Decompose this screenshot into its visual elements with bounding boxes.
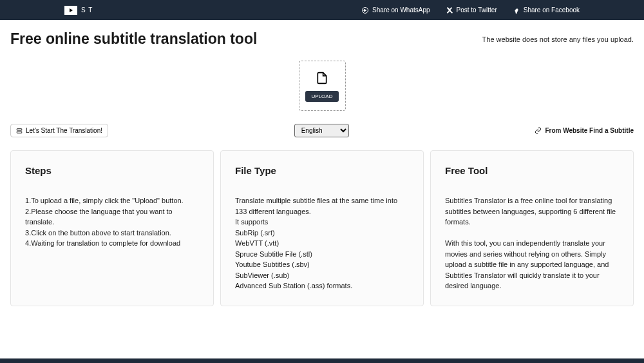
svg-rect-2 (17, 131, 22, 133)
whatsapp-icon (361, 6, 369, 14)
find-subtitle-link[interactable]: From Website Find a Subtitle (535, 127, 634, 134)
logo-text: S T (81, 6, 93, 14)
filetype-content: Translate multiple subtitle files at the… (235, 195, 409, 291)
start-button-label: Let's Start The Translation! (26, 127, 102, 134)
upload-button[interactable]: UPLOAD (305, 91, 339, 102)
file-icon (316, 70, 328, 86)
format-item: Youtube Subtitles (.sbv) (235, 259, 409, 270)
share-facebook-label: Share on Facebook (524, 6, 580, 14)
freetool-p1: Subtitles Translator is a free online to… (445, 195, 619, 228)
format-item: Advanced Sub Station (.ass) formats. (235, 280, 409, 291)
main: Free online subtitle translation tool Th… (0, 20, 644, 317)
find-subtitle-label: From Website Find a Subtitle (545, 127, 634, 134)
format-item: Spruce Subtitle File (.stl) (235, 249, 409, 260)
controls-row: Let's Start The Translation! English Fro… (10, 124, 634, 137)
format-item: SubViewer (.sub) (235, 270, 409, 281)
link-icon (535, 127, 542, 134)
freetool-title: Free Tool (445, 165, 619, 176)
upload-area: UPLOAD (10, 61, 634, 111)
page-title: Free online subtitle translation tool (10, 30, 257, 48)
share-facebook-link[interactable]: Share on Facebook (513, 6, 580, 14)
start-translation-button[interactable]: Let's Start The Translation! (10, 124, 108, 137)
share-links: Share on WhatsApp Post to Twitter Share … (361, 6, 580, 14)
freetool-p2: With this tool, you can independently tr… (445, 238, 619, 291)
filetype-card: File Type Translate multiple subtitle fi… (220, 150, 424, 306)
header: S T Share on WhatsApp Post to Twitter Sh… (0, 0, 644, 20)
freetool-content: Subtitles Translator is a free online to… (445, 195, 619, 291)
footer: Support Privacy Policy About Us support:… (0, 358, 644, 364)
step-item: Click on the button above to start trans… (25, 228, 199, 239)
step-item: Please choose the language that you want… (25, 206, 199, 228)
filetype-intro: Translate multiple subtitle files at the… (235, 195, 409, 217)
steps-card: Steps To upload a file, simply click the… (10, 150, 214, 306)
freetool-card: Free Tool Subtitles Translator is a free… (430, 150, 634, 306)
share-twitter-label: Post to Twitter (457, 6, 497, 14)
title-row: Free online subtitle translation tool Th… (10, 30, 634, 48)
facebook-icon (513, 6, 520, 14)
filetype-supports: It supports (235, 217, 409, 228)
language-select[interactable]: English (294, 124, 349, 137)
share-whatsapp-label: Share on WhatsApp (372, 6, 430, 14)
logo-icon (64, 6, 77, 15)
format-item: WebVTT (.vtt) (235, 238, 409, 249)
steps-list: To upload a file, simply click the "Uplo… (25, 195, 199, 249)
logo[interactable]: S T (64, 6, 93, 15)
twitter-icon (446, 6, 453, 14)
footer-links: Support Privacy Policy About Us support:… (0, 358, 644, 364)
filetype-title: File Type (235, 165, 409, 176)
step-item: Waiting for translation to complete for … (25, 238, 199, 249)
share-whatsapp-link[interactable]: Share on WhatsApp (361, 6, 430, 14)
share-twitter-link[interactable]: Post to Twitter (446, 6, 497, 14)
step-item: To upload a file, simply click the "Uplo… (25, 195, 199, 206)
format-item: SubRip (.srt) (235, 228, 409, 239)
warning-text: The website does not store any files you… (482, 35, 634, 43)
svg-rect-1 (17, 128, 22, 130)
cards-row: Steps To upload a file, simply click the… (10, 150, 634, 306)
steps-title: Steps (25, 165, 199, 176)
translate-icon (16, 128, 23, 134)
upload-dropzone[interactable]: UPLOAD (299, 61, 346, 111)
